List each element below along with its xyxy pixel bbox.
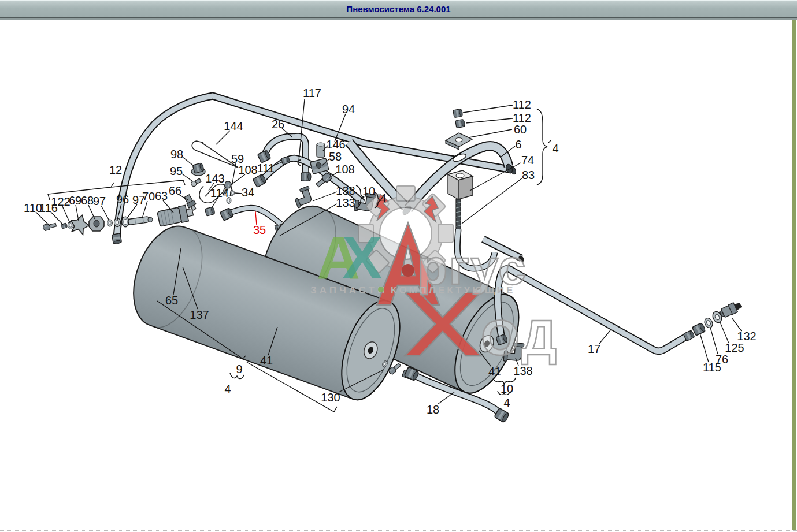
callout-108: 108 bbox=[335, 163, 354, 176]
callout-130: 130 bbox=[321, 391, 340, 404]
callout-35: 35 bbox=[253, 224, 266, 236]
callout-17: 17 bbox=[588, 343, 600, 355]
leader-line-138 bbox=[313, 192, 337, 201]
callout-6: 6 bbox=[515, 138, 521, 151]
elbow-138a bbox=[292, 186, 314, 208]
callout-4: 4 bbox=[224, 382, 231, 395]
leader-line-112 bbox=[466, 118, 513, 123]
leader-line-115 bbox=[700, 333, 709, 362]
callout-60: 60 bbox=[514, 123, 527, 136]
callout-138: 138 bbox=[513, 364, 532, 377]
rubber-block-74 bbox=[448, 170, 473, 199]
callout-95: 95 bbox=[170, 165, 183, 177]
callout-98: 98 bbox=[170, 148, 183, 161]
window-title-bar: Пневмосистема 6.24.001 bbox=[0, 0, 797, 17]
watermark-tagline-right: КОМПЛЕКТУЮЩИЕ bbox=[391, 285, 515, 296]
leader-line-60 bbox=[469, 129, 512, 137]
exploded-parts-diagram: А Х ргус ОД ЗАПЧАСТИ КОМПЛЕКТУЮЩИЕ 11011… bbox=[0, 20, 797, 531]
callout-133: 133 bbox=[336, 196, 355, 209]
callout-112: 112 bbox=[513, 111, 531, 124]
callout-108: 108 bbox=[238, 163, 257, 176]
callout-138: 138 bbox=[336, 184, 355, 197]
leader-line-95 bbox=[182, 174, 192, 181]
leader-line-97 bbox=[127, 204, 137, 219]
right-edge-stripe bbox=[792, 20, 796, 530]
watermark-script2: ОД bbox=[481, 310, 559, 365]
connector-132 bbox=[719, 300, 743, 319]
callout-41: 41 bbox=[488, 365, 501, 378]
callout-63: 63 bbox=[155, 189, 168, 202]
leader-line-125 bbox=[720, 322, 729, 343]
callout-94: 94 bbox=[342, 103, 355, 116]
callout-10: 10 bbox=[501, 382, 513, 395]
diagram-area: А Х ргус ОД ЗАПЧАСТИ КОМПЛЕКТУЮЩИЕ 11011… bbox=[0, 20, 797, 531]
callout-143: 143 bbox=[205, 172, 224, 185]
union-nut bbox=[112, 233, 122, 244]
callout-114: 114 bbox=[210, 187, 229, 199]
bottom-edge-line bbox=[0, 530, 797, 531]
callout-18: 18 bbox=[427, 403, 439, 416]
plate-60 bbox=[446, 133, 472, 150]
callout-115: 115 bbox=[703, 361, 721, 374]
callout-26: 26 bbox=[272, 118, 284, 131]
callout-4: 4 bbox=[552, 142, 558, 155]
callout-9: 9 bbox=[236, 363, 242, 375]
callout-4: 4 bbox=[380, 192, 386, 204]
callout-96: 96 bbox=[116, 193, 129, 206]
threaded-rod-83 bbox=[456, 199, 461, 229]
callout-65: 65 bbox=[165, 294, 178, 307]
leader-line-97 bbox=[101, 206, 109, 220]
callout-4: 4 bbox=[503, 396, 510, 409]
hex-nut-68 bbox=[89, 217, 104, 231]
callout-12: 12 bbox=[109, 163, 122, 176]
leader-line-98 bbox=[183, 157, 194, 166]
callout-97: 97 bbox=[93, 195, 106, 207]
tick-4-big bbox=[548, 140, 551, 143]
callout-10: 10 bbox=[362, 185, 375, 198]
leader-line-122 bbox=[62, 206, 70, 223]
callout-70: 70 bbox=[142, 190, 155, 203]
callout-58: 58 bbox=[329, 150, 342, 163]
leader-line-18 bbox=[438, 392, 454, 404]
watermark-tagline-left: ЗАПЧАСТИ bbox=[310, 285, 387, 296]
leader-line-132 bbox=[732, 318, 742, 331]
window-title: Пневмосистема 6.24.001 bbox=[346, 4, 450, 14]
callout-83: 83 bbox=[522, 169, 535, 181]
callout-125: 125 bbox=[725, 341, 744, 354]
callout-34: 34 bbox=[242, 186, 254, 199]
callout-74: 74 bbox=[521, 154, 534, 166]
watermark-green-x: Х bbox=[342, 224, 382, 291]
leader-line-69 bbox=[76, 205, 79, 221]
callout-112: 112 bbox=[513, 98, 531, 111]
union-nut-26b bbox=[301, 173, 311, 181]
callout-66: 66 bbox=[169, 184, 181, 197]
callout-69: 69 bbox=[69, 194, 81, 207]
callout-122: 122 bbox=[51, 195, 70, 208]
callout-111: 111 bbox=[257, 162, 275, 174]
callout-137: 137 bbox=[190, 308, 209, 321]
callout-41: 41 bbox=[260, 354, 273, 367]
leader-line-76 bbox=[710, 328, 718, 354]
callout-117: 117 bbox=[303, 87, 321, 99]
callout-132: 132 bbox=[737, 330, 756, 343]
callout-144: 144 bbox=[224, 120, 243, 132]
leader-line-112 bbox=[463, 105, 513, 113]
valve-stem-70 bbox=[128, 216, 153, 225]
callout-68: 68 bbox=[81, 194, 94, 207]
leader-line-144 bbox=[216, 131, 230, 144]
brace-4-big bbox=[537, 109, 547, 185]
callout-146: 146 bbox=[326, 138, 345, 151]
